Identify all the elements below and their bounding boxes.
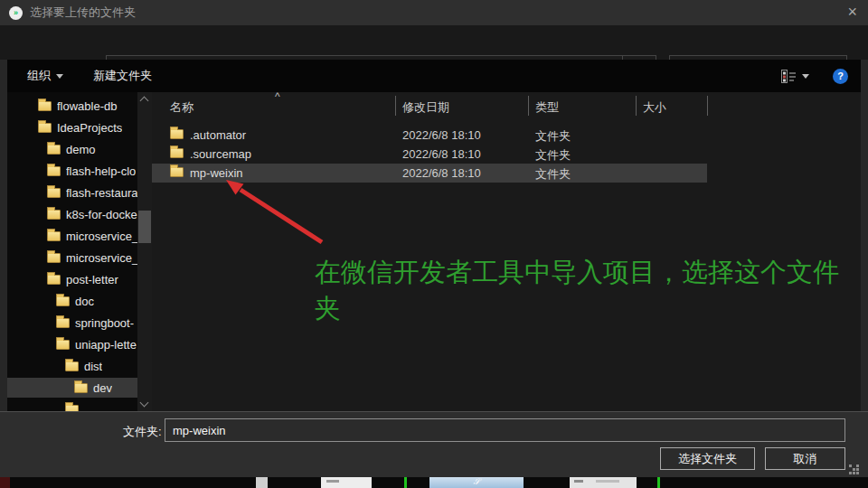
file-row-.automator[interactable]: .automator2022/6/8 18:10文件夹 — [152, 126, 707, 145]
tree-item-dist[interactable]: dist — [7, 356, 137, 376]
tree-item-label: dist — [84, 360, 102, 373]
cell-type: 文件夹 — [535, 147, 571, 164]
background-divider — [657, 477, 660, 488]
folder-icon — [56, 318, 70, 328]
close-icon[interactable]: × — [847, 3, 857, 21]
column-header-name[interactable]: 名称 — [170, 99, 193, 116]
column-separator[interactable] — [395, 96, 396, 116]
background-thumbnail — [321, 477, 372, 488]
dialog-footer: 文件夹: 选择文件夹 取消 — [0, 411, 868, 477]
tree-item-label: flash-help-clo — [66, 164, 136, 178]
command-bar: 组织 新建文件夹 ? — [7, 60, 861, 92]
tree-item-IdeaProjects[interactable]: IdeaProjects — [7, 117, 137, 137]
background-thumbnail — [570, 477, 637, 488]
view-options-button[interactable] — [781, 70, 809, 83]
scroll-up-icon[interactable] — [140, 97, 149, 106]
tree-item-microservice_[interactable]: microservice_ — [7, 248, 137, 267]
column-header-type[interactable]: 类型 — [535, 99, 559, 116]
select-folder-button[interactable]: 选择文件夹 — [660, 447, 755, 470]
folder-name-input[interactable] — [165, 418, 845, 442]
background-divider — [404, 477, 407, 488]
folder-icon — [74, 383, 88, 393]
tree-item-post-letter[interactable]: post-letter — [7, 269, 137, 289]
folder-picker-dialog: » 选择要上传的文件夹 × ← → ↑ ›Administrator›IdeaP… — [0, 0, 868, 477]
folder-icon — [47, 166, 61, 176]
column-separator[interactable] — [528, 96, 529, 116]
tree-item-label: microservice_ — [66, 230, 137, 243]
folder-icon — [56, 340, 70, 350]
chevron-down-icon — [56, 74, 63, 79]
organize-button[interactable]: 组织 — [27, 68, 63, 84]
column-header-date[interactable]: 修改日期 — [402, 99, 449, 116]
desktop-background: 𝒮 — [0, 477, 868, 488]
scroll-down-icon[interactable] — [140, 399, 149, 408]
tree-item-k8s-for-docke[interactable]: k8s-for-docke — [7, 204, 137, 224]
resize-grip-icon[interactable] — [849, 465, 852, 467]
window-title: 选择要上传的文件夹 — [30, 5, 136, 21]
tree-item-flowable-db[interactable]: flowable-db — [7, 96, 137, 116]
folder-icon — [47, 210, 61, 220]
tree-item-label: k8s-for-docke — [66, 208, 137, 221]
tree-item-label: post-letter — [66, 273, 118, 286]
cancel-button[interactable]: 取消 — [765, 447, 845, 470]
list-header: ^ 名称 修改日期 类型 大小 — [152, 92, 861, 118]
tree-item-flash-restaura[interactable]: flash-restaura — [7, 183, 137, 202]
folder-icon — [38, 123, 52, 133]
tree-item-uniapp-lette[interactable]: uniapp-lette — [7, 334, 137, 354]
tree-item-dev[interactable]: dev — [7, 378, 137, 398]
file-list: ^ 名称 修改日期 类型 大小 .automator2022/6/8 18:10… — [152, 92, 861, 411]
tree-item-demo[interactable]: demo — [7, 139, 137, 159]
tree-item-label: uniapp-lette — [75, 338, 137, 352]
cell-date: 2022/6/8 18:10 — [402, 166, 481, 180]
folder-icon — [170, 148, 184, 158]
tree-item-label: dev — [93, 381, 112, 395]
tree-item-microservice_[interactable]: microservice_ — [7, 226, 137, 246]
tree-item-label: doc — [75, 295, 94, 308]
help-button[interactable]: ? — [833, 69, 848, 84]
background-thumbnail — [0, 477, 10, 488]
details-view-icon — [781, 70, 797, 83]
title-bar: » 选择要上传的文件夹 × — [0, 0, 868, 25]
tree-item-label: springboot- — [75, 316, 134, 330]
folder-icon — [47, 231, 61, 241]
column-header-size[interactable]: 大小 — [643, 99, 666, 116]
folder-icon — [65, 405, 79, 412]
cell-type: 文件夹 — [535, 166, 571, 183]
tree-item-partial[interactable] — [7, 399, 137, 411]
cell-name: .automator — [190, 128, 246, 142]
folder-name-label: 文件夹: — [123, 424, 162, 440]
folder-icon — [38, 101, 52, 111]
sidebar: flowable-dbIdeaProjectsdemoflash-help-cl… — [7, 92, 152, 411]
tree-item-flash-help-clo[interactable]: flash-help-clo — [7, 161, 137, 181]
tree-item-label: microservice_ — [66, 251, 137, 265]
command-bar-right: ? — [781, 69, 848, 84]
wechat-devtools-icon: » — [9, 6, 23, 20]
cell-name: .sourcemap — [190, 147, 251, 161]
sort-ascending-icon: ^ — [275, 90, 280, 103]
tree-item-doc[interactable]: doc — [7, 291, 137, 311]
folder-icon — [170, 129, 184, 139]
folder-icon — [170, 167, 184, 177]
background-thumbnail: 𝒮 — [429, 477, 524, 488]
chevron-down-icon — [802, 74, 809, 79]
tree-item-springboot-[interactable]: springboot- — [7, 313, 137, 333]
folder-icon — [47, 275, 61, 285]
column-separator[interactable] — [707, 96, 708, 116]
tree-item-label: flash-restaura — [66, 186, 137, 200]
folder-icon — [47, 145, 61, 155]
folder-icon — [47, 253, 61, 263]
sidebar-scrollbar[interactable] — [137, 92, 152, 411]
cell-date: 2022/6/8 18:10 — [402, 128, 481, 142]
organize-label: 组织 — [27, 68, 51, 84]
cell-date: 2022/6/8 18:10 — [402, 147, 481, 161]
file-row-mp-weixin[interactable]: mp-weixin2022/6/8 18:10文件夹 — [152, 164, 707, 183]
scrollbar-thumb[interactable] — [138, 211, 151, 243]
folder-icon — [65, 361, 79, 371]
column-separator[interactable] — [636, 96, 637, 116]
new-folder-button[interactable]: 新建文件夹 — [93, 68, 152, 84]
cell-name: mp-weixin — [190, 166, 243, 180]
file-row-.sourcemap[interactable]: .sourcemap2022/6/8 18:10文件夹 — [152, 145, 707, 164]
file-rows: .automator2022/6/8 18:10文件夹.sourcemap202… — [152, 126, 861, 183]
screen: » 选择要上传的文件夹 × ← → ↑ ›Administrator›IdeaP… — [0, 0, 868, 488]
folder-icon — [56, 296, 70, 306]
